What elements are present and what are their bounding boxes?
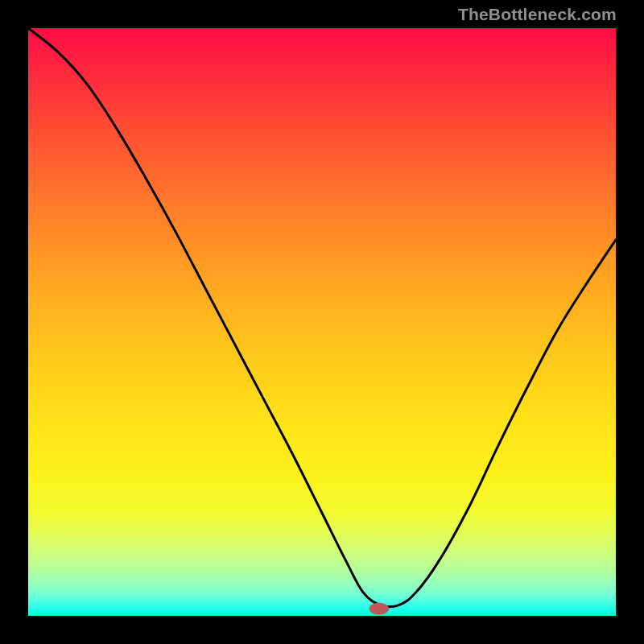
trough-marker [369,603,389,614]
chart-svg [28,28,616,616]
chart-frame: TheBottleneck.com [0,0,644,644]
plot-area [28,28,616,616]
watermark-text: TheBottleneck.com [458,5,617,24]
bottleneck-curve [28,28,616,607]
